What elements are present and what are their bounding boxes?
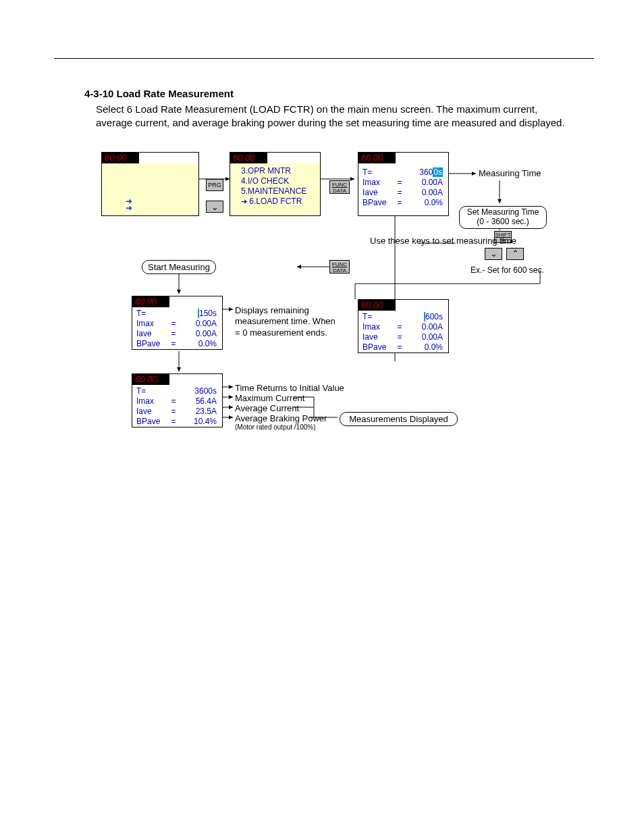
screen-set-time: 60.00 T=3600s Imax=0.00A Iave=0.00A BPav… — [358, 152, 449, 216]
data-table: T=3600s Imax=56.4A Iave=23.5A BPave=10.4… — [136, 386, 221, 427]
up-key[interactable]: ⌃ — [506, 248, 524, 260]
time-returns-label: Time Returns to Initial Value — [235, 383, 344, 394]
led-display: 60.00 — [230, 153, 267, 163]
down-key[interactable]: ⌄ — [485, 248, 502, 260]
data-table: T= 600s Imax=0.00A Iave=0.00A BPave=0.0% — [363, 312, 447, 353]
data-table: T=3600s Imax=0.00A Iave=0.00A BPave=0.0% — [363, 167, 447, 208]
menu-item: ➜ 6.LOAD FCTR — [241, 197, 317, 207]
max-current-label: Maximum Current — [235, 393, 304, 404]
measuring-time-label: Measuring Time — [479, 168, 541, 179]
avg-braking-label: Average Braking Power — [235, 413, 327, 424]
prg-key[interactable]: PRG — [206, 179, 223, 191]
data-table: T= 150s Imax=0.00A Iave=0.00A BPave=0.0% — [136, 309, 221, 349]
screen-initial: 60.00 ➜➜ — [101, 152, 199, 216]
func-data-key[interactable]: FUNCDATA — [329, 180, 350, 194]
led-display: 60.00 — [102, 153, 139, 163]
key-usage-note: Use these keys to set measuring time — [370, 236, 516, 246]
remaining-time-note: Displays remaining measurement time. Whe… — [235, 305, 336, 338]
example-label: Ex.- Set for 600 sec. — [471, 265, 544, 276]
led-display: 60.00 — [132, 374, 169, 385]
description: Select 6 Load Rate Measurement (LOAD FCT… — [96, 103, 568, 130]
cursor-icon: ➜➜ — [126, 198, 132, 211]
start-measuring-pill: Start Measuring — [142, 260, 216, 274]
measurements-displayed-pill: Measurements Displayed — [340, 412, 458, 426]
set-time-pill: Set Measuring Time (0 - 3600 sec.) — [459, 206, 547, 229]
led-display: 60.00 — [358, 300, 396, 311]
screen-menu: 60.00 3.OPR MNTR 4.I/O CHECK 5.MAINTENAN… — [230, 152, 321, 216]
menu-item: 4.I/O CHECK — [241, 176, 317, 186]
menu-cursor-icon: ➜ — [241, 197, 247, 205]
led-display: 60.00 — [358, 153, 396, 163]
avg-current-label: Average Current — [235, 403, 299, 414]
led-display: 60.00 — [132, 296, 169, 307]
func-data-key[interactable]: FUNCDATA — [329, 260, 350, 273]
screen-600s: 60.00 T= 600s Imax=0.00A Iave=0.00A BPav… — [358, 299, 449, 353]
menu-item: 3.OPR MNTR — [241, 166, 317, 176]
motor-rated-note: (Motor rated output /100%) — [235, 423, 316, 432]
section-title: 4-3-10 Load Rate Measurement — [84, 88, 234, 99]
screen-results: 60.00 T=3600s Imax=56.4A Iave=23.5A BPav… — [132, 373, 223, 427]
flow-diagram: 60.00 ➜➜ PRG ⌄ 60.00 3.OPR MNTR 4.I/O CH… — [95, 152, 608, 449]
down-key[interactable]: ⌄ — [206, 201, 223, 213]
screen-150s: 60.00 T= 150s Imax=0.00A Iave=0.00A BPav… — [132, 296, 223, 350]
menu-item: 5.MAINTENANCE — [241, 186, 317, 197]
